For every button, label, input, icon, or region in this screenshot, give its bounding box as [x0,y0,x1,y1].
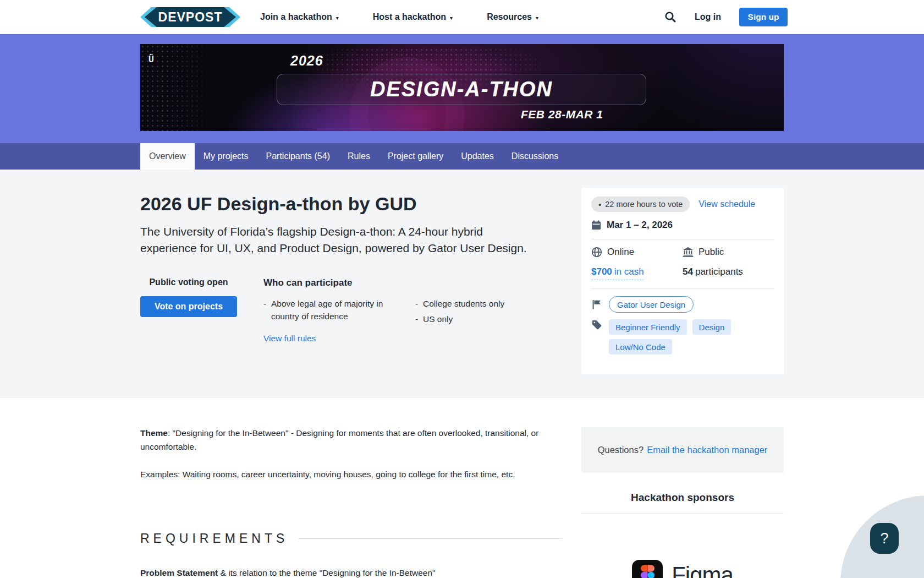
globe-icon [591,247,602,258]
page-title: 2026 UF Design-a-thon by GUD [140,192,563,216]
eligibility-list-col1: Above legal age of majority in country o… [263,297,401,328]
examples-paragraph: Examples: Waiting rooms, career uncertai… [140,470,563,479]
eligibility-list-col2: College students only US only [415,297,553,328]
tab-project-gallery[interactable]: Project gallery [379,143,452,170]
chevron-down-icon: ▾ [336,15,339,21]
tab-my-projects[interactable]: My projects [195,143,257,170]
search-button[interactable] [664,11,676,23]
flag-icon [591,299,602,310]
nav-host-a-hackathon[interactable]: Host a hackathon ▾ [373,12,453,22]
tab-overview[interactable]: Overview [140,143,195,170]
prize-link[interactable]: $700in cash [591,266,644,280]
theme-paragraph: Theme: "Designing for the In-Between" - … [140,426,563,454]
sponsor-figma[interactable]: Figma [581,560,784,578]
questions-label: Questions? [598,445,644,455]
visibility-label: Public [698,247,724,258]
banner-u-logo: Ü [148,54,154,64]
primary-nav: Join a hackathon ▾ Host a hackathon ▾ Re… [260,12,538,22]
calendar-icon [591,220,601,230]
event-dates: Mar 1 – 2, 2026 [607,220,673,231]
tag-low-no-code[interactable]: Low/No Code [609,339,672,355]
tab-updates[interactable]: Updates [452,143,503,170]
banner-year: 2026 [290,53,323,69]
hackathon-info-card: • 22 more hours to vote View schedule [581,188,784,374]
banner-dates: FEB 28-MAR 1 [521,108,603,121]
view-schedule-link[interactable]: View schedule [698,199,755,209]
tag-design[interactable]: Design [692,319,732,335]
eligibility-item: US only [415,313,553,325]
hackathon-banner-image: Ü 2026 DESIGN-A-THON FEB 28-MAR 1 [140,44,784,131]
banner-title: DESIGN-A-THON [370,78,553,101]
navbar-right-group: Log in Sign up [664,8,788,26]
visibility-fact: Public [683,247,774,258]
sign-up-button[interactable]: Sign up [739,8,788,26]
sponsor-name: Figma [672,562,733,578]
hackathon-details-section: Theme: "Designing for the In-Between" - … [0,397,924,578]
chevron-down-icon: ▾ [536,15,538,21]
hackathon-summary-section: 2026 UF Design-a-thon by GUD The Univers… [0,170,924,397]
eligibility-item: Above legal age of majority in country o… [263,297,401,323]
chevron-down-icon: ▾ [450,15,453,21]
prize-amount: $700 [591,266,612,277]
voting-status-label: Public voting open [140,277,237,287]
nav-join-label: Join a hackathon [260,12,332,22]
tab-discussions[interactable]: Discussions [503,143,567,170]
location-label: Online [607,247,634,258]
sponsors-heading: Hackathon sponsors [581,492,784,504]
prize-suffix: in cash [614,266,644,277]
nav-resources[interactable]: Resources ▾ [487,12,538,22]
bank-icon [683,247,694,258]
log-in-link[interactable]: Log in [695,12,721,22]
who-can-participate-block: Who can participate Above legal age of m… [263,277,553,343]
sponsors-divider [581,513,784,514]
nav-host-label: Host a hackathon [373,12,446,22]
time-left-badge: • 22 more hours to vote [591,197,690,212]
problem-statement-line: Problem Statement & its relation to the … [140,568,563,578]
heading-rule-line [298,538,563,539]
eligibility-item: College students only [415,297,553,310]
questions-box: Questions? Email the hackathon manager [581,427,784,473]
hero-band: Ü 2026 DESIGN-A-THON FEB 28-MAR 1 [0,34,924,143]
help-button[interactable]: ? [870,523,899,554]
figma-logo-icon [632,560,663,578]
nav-join-a-hackathon[interactable]: Join a hackathon ▾ [260,12,339,22]
tab-rules[interactable]: Rules [339,143,379,170]
hackathon-tabbar: Overview My projects Participants (54) R… [0,143,924,170]
requirements-heading: REQUIREMENTS [140,531,563,546]
tag-beginner-friendly[interactable]: Beginner Friendly [609,319,687,335]
location-fact: Online [591,247,683,258]
participants-count: 54participants [683,266,774,280]
time-left-text: 22 more hours to vote [605,200,683,209]
nav-resources-label: Resources [487,12,532,22]
hackathon-description: The University of Florida’s flagship Des… [140,223,536,257]
top-navbar: DEVPOST Join a hackathon ▾ Host a hackat… [0,0,924,34]
devpost-hackathon-page: DEVPOST Join a hackathon ▾ Host a hackat… [0,0,924,578]
participate-heading: Who can participate [263,277,553,288]
tag-icon [591,319,602,330]
card-divider [591,288,774,289]
search-icon [664,11,676,23]
banner-title-box: DESIGN-A-THON [277,74,646,105]
problem-statement-label: Problem Statement [140,568,218,577]
voting-block: Public voting open Vote on projects [140,277,237,343]
theme-label: Theme [140,428,168,438]
devpost-logo-text: DEVPOST [145,7,236,27]
card-divider [591,239,774,239]
vote-on-projects-button[interactable]: Vote on projects [140,296,237,317]
organizer-pill[interactable]: Gator User Design [609,296,694,313]
tab-participants[interactable]: Participants (54) [257,143,339,170]
devpost-logo[interactable]: DEVPOST [140,7,240,27]
bullet-dot-icon: • [598,200,601,209]
email-hackathon-manager-link[interactable]: Email the hackathon manager [647,445,767,455]
view-full-rules-link[interactable]: View full rules [263,334,316,343]
